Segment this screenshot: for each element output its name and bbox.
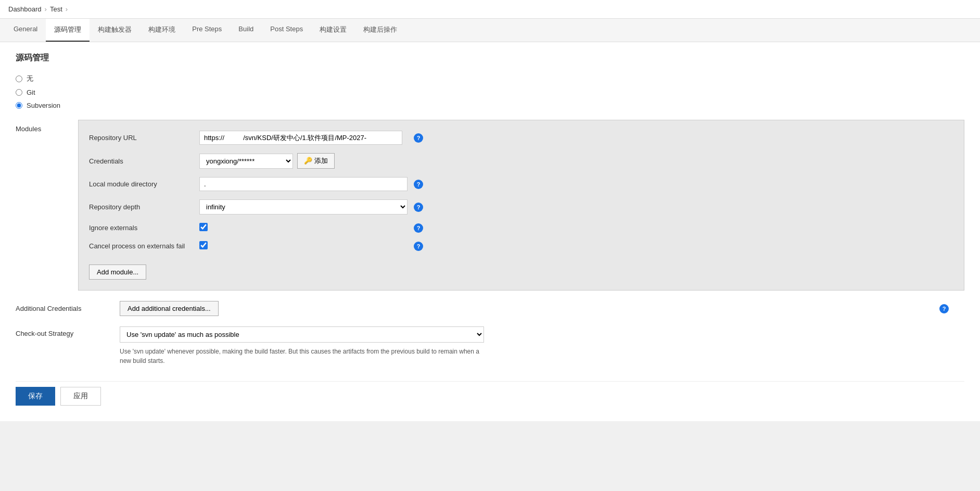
cancel-process-control	[199, 241, 408, 251]
ignore-externals-checkbox[interactable]	[199, 223, 208, 231]
credentials-select[interactable]: yongxiong/******	[199, 154, 293, 169]
checkout-description: Use 'svn update' whenever possible, maki…	[120, 347, 484, 366]
cancel-process-label: Cancel process on externals fail	[89, 242, 193, 250]
add-module-button[interactable]: Add module...	[89, 265, 146, 280]
breadcrumb-arrow-1: ›	[45, 5, 47, 13]
breadcrumb-test[interactable]: Test	[50, 5, 62, 13]
local-module-directory-input[interactable]	[199, 177, 408, 191]
radio-git-input[interactable]	[16, 89, 22, 96]
radio-git-label: Git	[27, 89, 35, 96]
additional-credentials-label: Additional Credentials	[16, 305, 109, 312]
tab-post-steps[interactable]: Post Steps	[262, 19, 311, 42]
additional-credentials-help-icon[interactable]: ?	[939, 304, 949, 313]
radio-git[interactable]: Git	[16, 89, 964, 96]
ignore-externals-control	[199, 223, 408, 233]
cancel-process-row: Cancel process on externals fail ?	[89, 241, 953, 251]
tab-pre-steps[interactable]: Pre Steps	[184, 19, 230, 42]
add-credentials-button[interactable]: 🔑 添加	[297, 153, 335, 169]
tab-source-management[interactable]: 源码管理	[46, 19, 90, 42]
tab-general[interactable]: General	[5, 19, 46, 42]
main-content: General 源码管理 构建触发器 构建环境 Pre Steps Build …	[0, 19, 980, 421]
repository-depth-select[interactable]: infinity empty files immediates	[199, 199, 408, 215]
tab-build-env[interactable]: 构建环境	[140, 19, 184, 42]
radio-none-label: 无	[27, 74, 33, 83]
breadcrumb-dashboard[interactable]: Dashboard	[8, 5, 42, 13]
breadcrumb-arrow-2: ›	[66, 5, 68, 13]
tab-build[interactable]: Build	[230, 19, 262, 42]
save-button[interactable]: 保存	[16, 387, 55, 406]
repository-url-label: Repository URL	[89, 134, 193, 142]
checkout-strategy-label: Check-out Strategy	[16, 326, 109, 337]
page-title: 源码管理	[16, 53, 964, 64]
tab-build-settings[interactable]: 构建设置	[311, 19, 355, 42]
repository-url-input[interactable]	[199, 131, 402, 145]
modules-section: Modules Repository URL ? Credentials yon…	[16, 120, 964, 291]
add-additional-credentials-button[interactable]: Add additional credentials...	[120, 301, 219, 316]
repository-url-help-icon[interactable]: ?	[414, 133, 423, 143]
credentials-control: yongxiong/****** 🔑 添加	[199, 153, 408, 169]
local-module-directory-control	[199, 177, 408, 191]
checkout-strategy-select[interactable]: Use 'svn update' as much as possible Alw…	[120, 326, 484, 343]
local-module-directory-label: Local module directory	[89, 180, 193, 188]
local-module-directory-help-icon[interactable]: ?	[414, 180, 423, 189]
scm-radio-group: 无 Git Subversion	[16, 74, 964, 109]
local-module-directory-row: Local module directory ?	[89, 177, 953, 191]
page-body: 源码管理 无 Git Subversion Modules Reposito	[0, 42, 980, 421]
repository-depth-label: Repository depth	[89, 203, 193, 211]
ignore-externals-row: Ignore externals ?	[89, 223, 953, 233]
ignore-externals-help-icon[interactable]: ?	[414, 223, 423, 233]
breadcrumb: Dashboard › Test ›	[0, 0, 980, 19]
tabs-bar: General 源码管理 构建触发器 构建环境 Pre Steps Build …	[0, 19, 980, 42]
repository-depth-help-icon[interactable]: ?	[414, 203, 423, 212]
ignore-externals-label: Ignore externals	[89, 224, 193, 232]
checkout-strategy-control: Use 'svn update' as much as possible Alw…	[120, 326, 484, 366]
modules-panel: Repository URL ? Credentials yongxiong/*…	[78, 120, 964, 291]
additional-credentials-section: Additional Credentials Add additional cr…	[16, 301, 964, 316]
radio-subversion[interactable]: Subversion	[16, 102, 964, 109]
repository-depth-row: Repository depth infinity empty files im…	[89, 199, 953, 215]
repository-url-row: Repository URL ?	[89, 131, 953, 145]
repository-url-control	[199, 131, 408, 145]
footer-buttons: 保存 应用	[16, 381, 964, 411]
cancel-process-help-icon[interactable]: ?	[414, 242, 423, 251]
tab-post-build[interactable]: 构建后操作	[355, 19, 405, 42]
radio-subversion-label: Subversion	[27, 102, 60, 109]
apply-button[interactable]: 应用	[60, 387, 101, 406]
radio-none-input[interactable]	[16, 75, 22, 82]
credentials-label: Credentials	[89, 157, 193, 165]
radio-subversion-input[interactable]	[16, 102, 22, 109]
tab-build-trigger[interactable]: 构建触发器	[90, 19, 140, 42]
repository-depth-control: infinity empty files immediates	[199, 199, 408, 215]
cancel-process-checkbox[interactable]	[199, 241, 208, 249]
credentials-row: Credentials yongxiong/****** 🔑 添加	[89, 153, 953, 169]
radio-none[interactable]: 无	[16, 74, 964, 83]
checkout-strategy-section: Check-out Strategy Use 'svn update' as m…	[16, 326, 964, 366]
modules-label: Modules	[16, 120, 78, 291]
